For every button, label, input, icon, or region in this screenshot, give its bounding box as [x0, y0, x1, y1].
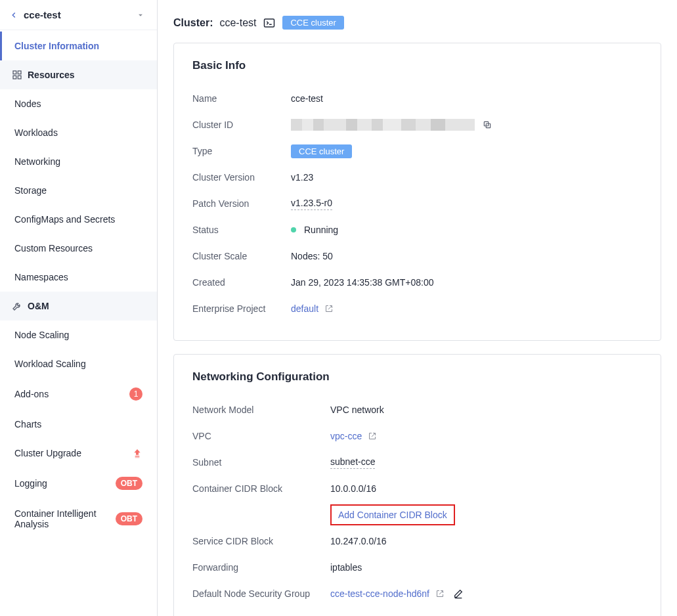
svg-rect-2: [13, 76, 16, 79]
add-container-cidr-link[interactable]: Add Container CIDR Block: [338, 510, 447, 520]
sidebar-item-label: ConfigMaps and Secrets: [14, 214, 115, 225]
value: Jan 29, 2023 14:35:38 GMT+08:00: [291, 277, 434, 288]
sidebar-item-label: Container Intelligent Analysis: [14, 508, 106, 529]
sidebar-item-label: Add-ons: [14, 389, 49, 399]
value: Running: [304, 225, 338, 235]
sidebar-item-label: Charts: [14, 419, 41, 429]
sidebar-item-networking[interactable]: Networking: [0, 147, 157, 176]
value: cce-test: [291, 93, 323, 104]
status-dot-icon: [291, 227, 296, 232]
row-cluster-scale: Cluster Scale Nodes: 50: [192, 243, 642, 269]
sidebar-item-custom-resources[interactable]: Custom Resources: [0, 234, 157, 263]
sidebar-item-label: Logging: [14, 478, 47, 489]
terminal-icon[interactable]: [263, 17, 276, 29]
security-group-link[interactable]: cce-test-cce-node-hd6nf: [330, 588, 429, 599]
badge-obt: OBT: [116, 512, 142, 525]
label: Cluster Scale: [192, 251, 291, 261]
value[interactable]: subnet-cce: [330, 456, 375, 469]
row-status: Status Running: [192, 217, 642, 243]
sidebar-item-label: Cluster Information: [14, 41, 99, 51]
label: VPC: [192, 431, 330, 441]
label: Cluster ID: [192, 120, 291, 130]
sidebar-header[interactable]: cce-test: [0, 0, 157, 30]
main-content: Cluster: cce-test CCE cluster Basic Info…: [158, 0, 677, 616]
sidebar-item-label: Node Scaling: [14, 330, 69, 340]
title-prefix: Cluster:: [173, 17, 213, 29]
value: VPC network: [330, 405, 384, 415]
value: v1.23: [291, 172, 313, 183]
chevron-down-icon[interactable]: [136, 11, 145, 20]
sidebar-item-storage[interactable]: Storage: [0, 176, 157, 205]
row-forwarding: Forwarding iptables: [192, 554, 642, 581]
label: Forwarding: [192, 562, 330, 573]
sidebar-item-cluster-upgrade[interactable]: Cluster Upgrade: [0, 439, 157, 468]
sidebar-item-nodes[interactable]: Nodes: [0, 89, 157, 118]
sidebar-item-label: Workloads: [14, 127, 58, 138]
networking-card: Networking Configuration Network Model V…: [173, 354, 661, 616]
sidebar-group-resources: Resources: [0, 60, 157, 89]
sidebar-item-label: Networking: [14, 156, 60, 167]
sidebar-item-cluster-info[interactable]: Cluster Information: [0, 32, 157, 60]
label: Name: [192, 93, 291, 104]
copy-icon[interactable]: [483, 120, 492, 129]
row-service-cidr: Service CIDR Block 10.247.0.0/16: [192, 528, 642, 554]
label: Default Node Security Group: [192, 588, 330, 599]
label: Patch Version: [192, 198, 291, 209]
sidebar-item-label: Nodes: [14, 99, 41, 109]
sidebar-item-label: Namespaces: [14, 272, 68, 282]
enterprise-project-link[interactable]: default: [291, 303, 318, 314]
svg-rect-4: [135, 456, 140, 456]
label: Cluster Version: [192, 172, 291, 183]
sidebar-item-label: Workload Scaling: [14, 359, 86, 369]
row-default-sg: Default Node Security Group cce-test-cce…: [192, 581, 642, 607]
value: 10.247.0.0/16: [330, 536, 387, 546]
label: Network Model: [192, 405, 330, 415]
row-name: Name cce-test: [192, 85, 642, 112]
sidebar-item-addons[interactable]: Add-ons 1: [0, 378, 157, 410]
svg-rect-0: [13, 71, 16, 74]
sidebar-group-label: Resources: [28, 70, 75, 80]
vpc-link[interactable]: vpc-cce: [330, 431, 362, 441]
external-link-icon[interactable]: [436, 590, 444, 598]
row-subnet: Subnet subnet-cce: [192, 449, 642, 475]
row-container-cidr: Container CIDR Block 10.0.0.0/16: [192, 475, 642, 502]
redacted-id: [291, 119, 475, 131]
external-link-icon[interactable]: [325, 305, 333, 313]
sidebar-item-logging[interactable]: Logging OBT: [0, 468, 157, 499]
back-icon[interactable]: [9, 11, 18, 20]
section-heading: Networking Configuration: [192, 370, 642, 384]
sidebar-item-label: Storage: [14, 185, 47, 196]
sidebar-item-configmaps[interactable]: ConfigMaps and Secrets: [0, 205, 157, 234]
upgrade-icon: [132, 448, 142, 458]
label: Enterprise Project: [192, 303, 291, 314]
sidebar-item-workload-scaling[interactable]: Workload Scaling: [0, 349, 157, 378]
row-cluster-version: Cluster Version v1.23: [192, 164, 642, 190]
row-patch-version: Patch Version v1.23.5-r0: [192, 190, 642, 217]
sidebar-item-workloads[interactable]: Workloads: [0, 118, 157, 147]
sidebar: cce-test Cluster Information Resources N…: [0, 0, 158, 616]
value[interactable]: v1.23.5-r0: [291, 198, 332, 210]
sidebar-title: cce-test: [24, 9, 136, 20]
sidebar-item-cia[interactable]: Container Intelligent Analysis OBT: [0, 499, 157, 539]
sidebar-item-node-scaling[interactable]: Node Scaling: [0, 320, 157, 349]
label: Container CIDR Block: [192, 483, 330, 494]
svg-rect-3: [18, 76, 21, 79]
value: Nodes: 50: [291, 251, 333, 261]
sidebar-item-charts[interactable]: Charts: [0, 410, 157, 439]
cluster-name: cce-test: [219, 17, 256, 29]
highlight-box: Add Container CIDR Block: [330, 504, 455, 525]
row-network-model: Network Model VPC network: [192, 397, 642, 423]
sidebar-group-om: O&M: [0, 292, 157, 320]
value: [291, 119, 492, 131]
cluster-type-pill: CCE cluster: [282, 16, 343, 30]
svg-rect-1: [18, 71, 21, 74]
edit-icon[interactable]: [453, 588, 464, 599]
value: iptables: [330, 562, 362, 573]
grid-icon: [12, 70, 22, 80]
badge-addons-count: 1: [129, 387, 142, 401]
value: 10.0.0.0/16: [330, 483, 376, 494]
type-pill: CCE cluster: [291, 144, 352, 158]
external-link-icon[interactable]: [368, 432, 376, 440]
sidebar-item-label: Cluster Upgrade: [14, 448, 81, 458]
sidebar-item-namespaces[interactable]: Namespaces: [0, 263, 157, 292]
